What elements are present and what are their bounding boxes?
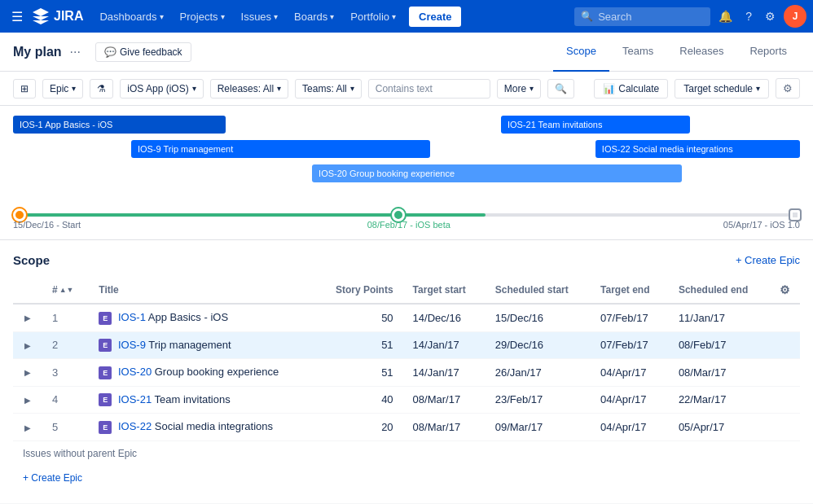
target-start-cell: 14/Jan/17 <box>403 331 486 359</box>
create-epic-button[interactable]: + Create Epic <box>736 254 800 266</box>
projects-menu[interactable]: Projects ▾ <box>174 7 231 26</box>
row-expand-button[interactable]: ▶ <box>23 422 33 434</box>
scheduled-start-col-header[interactable]: Scheduled start <box>486 277 591 304</box>
settings-col-header: ⚙ <box>770 277 800 304</box>
row-settings-cell <box>770 331 800 359</box>
dashboards-menu[interactable]: Dashboards ▾ <box>93 7 169 26</box>
epic-id-link[interactable]: IOS-21 <box>118 393 152 405</box>
scheduled-end-cell: 11/Jan/17 <box>669 304 770 331</box>
epic-title: Group booking experience <box>155 366 279 378</box>
epic-id-link[interactable]: IOS-22 <box>118 420 152 432</box>
teams-filter-button[interactable]: Teams: All ▾ <box>295 79 362 99</box>
epic-id-link[interactable]: IOS-1 <box>118 311 146 323</box>
target-start-col-header[interactable]: Target start <box>403 277 486 304</box>
help-button[interactable]: ? <box>740 7 757 26</box>
gantt-bar-ios1[interactable]: IOS-1 App Basics - iOS <box>13 116 226 134</box>
target-start-cell: 08/Mar/17 <box>403 414 486 441</box>
expand-cell: ▶ <box>13 414 42 441</box>
target-end-col-header[interactable]: Target end <box>591 277 669 304</box>
timeline-end-dot <box>790 210 800 220</box>
calculate-button[interactable]: 📊 Calculate <box>594 79 668 99</box>
more-caret: ▾ <box>530 84 534 93</box>
avatar[interactable]: J <box>784 5 806 28</box>
tab-releases[interactable]: Releases <box>666 33 736 72</box>
row-num: 3 <box>42 359 89 387</box>
search-toggle-button[interactable]: 🔍 <box>547 79 574 99</box>
row-expand-button[interactable]: ▶ <box>23 312 33 324</box>
row-num: 1 <box>42 304 89 331</box>
timeline: 15/Dec/16 - Start 08/Feb/17 - iOS beta 0… <box>13 204 800 230</box>
target-end-cell: 07/Feb/17 <box>591 304 669 331</box>
search-box: 🔍 <box>574 7 710 26</box>
gantt-bar-ios22[interactable]: IOS-22 Social media integrations <box>595 140 800 158</box>
row-settings-cell <box>770 386 800 414</box>
tab-reports[interactable]: Reports <box>736 33 800 72</box>
epic-id-link[interactable]: IOS-9 <box>118 339 146 351</box>
scheduled-start-cell: 26/Jan/17 <box>486 359 591 387</box>
issues-menu[interactable]: Issues ▾ <box>235 7 285 26</box>
story-points-cell: 51 <box>315 359 402 387</box>
scheduled-start-cell: 23/Feb/17 <box>486 386 591 414</box>
ios-filter-button[interactable]: iOS App (iOS) ▾ <box>120 79 203 99</box>
row-title: E IOS-20 Group booking experience <box>89 359 315 387</box>
target-schedule-button[interactable]: Target schedule ▾ <box>675 79 769 99</box>
notifications-button[interactable]: 🔔 <box>714 7 737 26</box>
num-col-header[interactable]: # ▲▼ <box>42 277 89 304</box>
scheduled-end-col-header[interactable]: Scheduled end <box>669 277 770 304</box>
scope-table: # ▲▼ Title Story Points Target start Sch… <box>13 277 800 441</box>
expand-cell: ▶ <box>13 386 42 414</box>
view-mode-button[interactable]: ⊞ <box>13 79 36 99</box>
hamburger-menu-button[interactable]: ☰ <box>7 6 28 28</box>
story-points-cell: 40 <box>315 386 402 414</box>
epic-icon: E <box>99 339 112 352</box>
settings-button[interactable]: ⚙ <box>760 7 780 26</box>
epic-title: Team invitations <box>155 393 231 405</box>
gantt-bar-ios20[interactable]: IOS-20 Group booking experience <box>312 164 682 182</box>
title-col-header[interactable]: Title <box>89 277 315 304</box>
epic-title: Social media integrations <box>155 420 273 432</box>
settings-icon-button[interactable]: ⚙ <box>776 78 800 99</box>
give-feedback-button[interactable]: 💬 Give feedback <box>95 42 191 62</box>
filter-icon: ⚗ <box>97 83 106 94</box>
row-title: E IOS-21 Team invitations <box>89 386 315 414</box>
gantt-bar-ios9[interactable]: IOS-9 Trip management <box>131 140 430 158</box>
scope-area: Scope + Create Epic # ▲▼ Title Story Poi… <box>0 240 813 503</box>
row-settings-cell <box>770 304 800 331</box>
text-filter-input[interactable] <box>376 83 465 94</box>
calculate-icon: 📊 <box>603 83 615 94</box>
text-filter[interactable] <box>368 79 490 99</box>
plan-options-button[interactable]: ··· <box>65 42 86 63</box>
boards-menu[interactable]: Boards ▾ <box>288 7 341 26</box>
plan-header: My plan ··· 💬 Give feedback Scope Teams … <box>0 33 813 72</box>
epic-filter-button[interactable]: Epic ▾ <box>42 79 83 99</box>
boards-caret: ▾ <box>330 12 334 21</box>
expand-cell: ▶ <box>13 359 42 387</box>
gantt-bar-ios21[interactable]: IOS-21 Team invitations <box>501 116 690 134</box>
table-settings-icon[interactable]: ⚙ <box>780 283 790 296</box>
scope-header: Scope + Create Epic <box>13 253 800 267</box>
table-row: ▶ 3 E IOS-20 Group booking experience 51… <box>13 359 800 387</box>
create-epic-row[interactable]: + Create Epic <box>13 466 800 490</box>
row-expand-button[interactable]: ▶ <box>23 366 33 379</box>
scheduled-end-cell: 05/Apr/17 <box>669 414 770 441</box>
scheduled-start-cell: 29/Dec/16 <box>486 331 591 359</box>
epic-id-link[interactable]: IOS-20 <box>118 366 152 378</box>
releases-filter-button[interactable]: Releases: All ▾ <box>210 79 288 99</box>
target-end-cell: 04/Apr/17 <box>591 414 669 441</box>
tab-scope[interactable]: Scope <box>553 33 609 72</box>
more-button[interactable]: More ▾ <box>497 79 541 99</box>
search-input[interactable] <box>598 11 704 23</box>
expand-cell: ▶ <box>13 304 42 331</box>
create-button[interactable]: Create <box>409 7 461 27</box>
row-num: 5 <box>42 414 89 441</box>
row-expand-button[interactable]: ▶ <box>23 394 33 406</box>
scheduled-start-cell: 09/Mar/17 <box>486 414 591 441</box>
target-end-cell: 07/Feb/17 <box>591 331 669 359</box>
row-expand-button[interactable]: ▶ <box>23 340 33 352</box>
tab-teams[interactable]: Teams <box>609 33 666 72</box>
scheduled-end-cell: 22/Mar/17 <box>669 386 770 414</box>
story-points-col-header[interactable]: Story Points <box>315 277 402 304</box>
portfolio-menu[interactable]: Portfolio ▾ <box>344 7 402 26</box>
releases-filter-caret: ▾ <box>277 84 281 93</box>
filter-button[interactable]: ⚗ <box>90 79 113 99</box>
